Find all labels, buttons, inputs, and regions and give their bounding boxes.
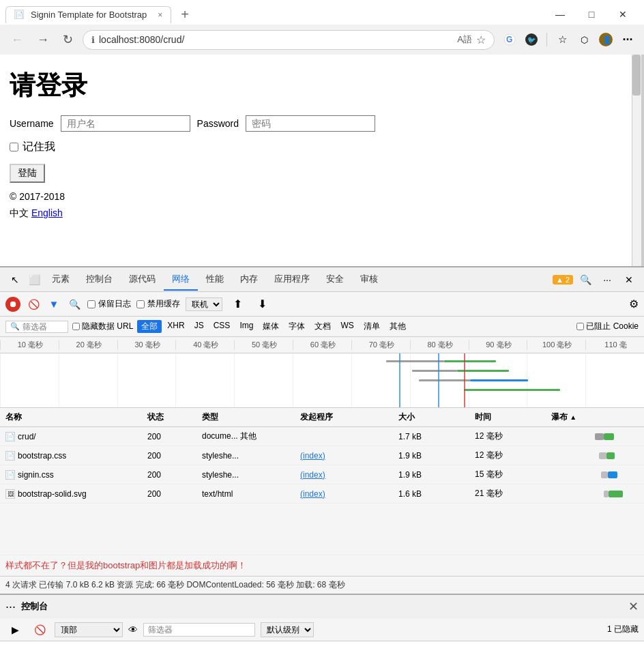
lang-chinese-link[interactable]: 中文: [10, 207, 29, 218]
filter-input-wrap[interactable]: 🔍: [5, 321, 68, 333]
initiator-link-svg[interactable]: (index): [300, 489, 325, 499]
wf-bar-crud: [595, 433, 604, 440]
devtools-close-button[interactable]: ✕: [619, 270, 639, 289]
console-level-select[interactable]: 默认级别: [261, 622, 314, 637]
wf-bar-signin-css-blue: [608, 471, 617, 478]
back-button[interactable]: ←: [7, 31, 27, 48]
console-stream-button[interactable]: ▶: [5, 620, 25, 639]
cell-initiator-crud: [295, 435, 393, 438]
tab-close-button[interactable]: ×: [158, 10, 162, 20]
close-button[interactable]: ✕: [607, 3, 639, 25]
devtools-tab-console[interactable]: 控制台: [78, 269, 121, 291]
forward-button[interactable]: →: [33, 31, 53, 48]
tl-col-5: [234, 353, 293, 407]
clear-button[interactable]: 🚫: [26, 297, 41, 312]
cell-initiator-bootstrap-css[interactable]: (index): [295, 450, 393, 462]
filter-type-all[interactable]: 全部: [137, 320, 162, 333]
cell-initiator-svg[interactable]: (index): [295, 488, 393, 500]
network-toolbar: ⏺ 🚫 ▼ 🔍 保留日志 禁用缓存 联机 ⬆ ⬇ ⚙: [0, 292, 644, 317]
star-icon[interactable]: ☆: [476, 33, 486, 46]
console-hidden-count: 1 已隐藏: [607, 624, 639, 635]
minimize-button[interactable]: —: [544, 3, 576, 25]
console-eye-icon[interactable]: 👁: [128, 624, 138, 635]
name-text-signin-css: signin.css: [18, 470, 54, 480]
more-icon[interactable]: ···: [618, 30, 637, 49]
device-tool-button[interactable]: ⬜: [25, 270, 44, 289]
filter-type-doc[interactable]: 文档: [310, 320, 335, 333]
new-tab-button[interactable]: +: [175, 7, 194, 23]
console-close-button[interactable]: ✕: [628, 599, 639, 614]
preserve-log-input[interactable]: [87, 300, 96, 308]
filter-type-other[interactable]: 其他: [385, 320, 410, 333]
devtools-tab-network[interactable]: 网络: [164, 269, 198, 291]
remember-checkbox[interactable]: [10, 143, 18, 151]
submit-button[interactable]: 登陆: [10, 164, 45, 183]
export-button[interactable]: ⬇: [252, 295, 272, 314]
devtools-tab-sources[interactable]: 源代码: [121, 269, 164, 291]
filter-input[interactable]: [23, 322, 63, 332]
devtools-tab-memory[interactable]: 内存: [232, 269, 266, 291]
devtools-tab-performance[interactable]: 性能: [198, 269, 232, 291]
gear-icon[interactable]: ⚙: [629, 297, 639, 310]
lang-english-link[interactable]: English: [31, 207, 63, 218]
devtools-search-button[interactable]: 🔍: [576, 270, 595, 289]
translate-icon: A語: [457, 33, 472, 46]
cursor-tool-button[interactable]: ↖: [5, 270, 25, 289]
filter-type-manifest[interactable]: 清单: [360, 320, 384, 333]
block-cookies-input[interactable]: [576, 323, 584, 330]
devtools-tab-audits[interactable]: 审核: [352, 269, 386, 291]
table-row[interactable]: 📄 crud/ 200 docume... 其他 1.7 kB 12 毫秒: [0, 427, 644, 446]
tl-bar-bootstrap-css: [412, 370, 457, 372]
filter-type-media[interactable]: 媒体: [259, 320, 283, 333]
block-cookies-checkbox[interactable]: 已阻止 Cookie: [576, 321, 639, 332]
console-block-button[interactable]: 🚫: [30, 620, 49, 639]
share-icon[interactable]: ⬡: [574, 30, 594, 49]
username-input[interactable]: [61, 115, 190, 132]
reload-button[interactable]: ↻: [59, 31, 77, 48]
profile-icon[interactable]: 👤: [596, 30, 615, 49]
tl-marker-red: [464, 353, 465, 407]
table-row[interactable]: 🖼 bootstrap-solid.svg 200 text/html (ind…: [0, 484, 644, 504]
browser-tab[interactable]: 📄 Signin Template for Bootstrap ×: [5, 6, 171, 23]
table-row[interactable]: 📄 signin.css 200 styleshe... (index) 1.9…: [0, 465, 644, 484]
cell-initiator-signin-css[interactable]: (index): [295, 469, 393, 481]
console-filter-input[interactable]: [143, 623, 255, 637]
hide-data-urls-input[interactable]: [72, 323, 80, 330]
disable-cache-input[interactable]: [136, 300, 145, 308]
coop-icon[interactable]: 🐦: [522, 30, 541, 49]
table-row[interactable]: 📄 bootstrap.css 200 styleshe... (index) …: [0, 446, 644, 465]
devtools-tab-security[interactable]: 安全: [318, 269, 352, 291]
devtools-tab-elements[interactable]: 元素: [44, 269, 78, 291]
cell-type-svg: text/html: [196, 488, 295, 500]
password-input[interactable]: [246, 115, 375, 132]
initiator-link-signin-css[interactable]: (index): [300, 470, 325, 480]
maximize-button[interactable]: □: [576, 3, 607, 25]
collections-icon[interactable]: ☆: [553, 30, 572, 49]
devtools-tab-application[interactable]: 应用程序: [266, 269, 318, 291]
header-waterfall[interactable]: 瀑布 ▲: [546, 410, 644, 424]
cell-size-signin-css: 1.9 kB: [393, 469, 469, 481]
filter-type-css[interactable]: CSS: [209, 320, 235, 333]
search-button[interactable]: 🔍: [67, 297, 82, 312]
remember-label: 记住我: [23, 140, 55, 154]
scrollbar-thumb[interactable]: [632, 55, 641, 96]
filter-type-ws[interactable]: WS: [336, 320, 357, 333]
disable-cache-checkbox[interactable]: 禁用缓存: [136, 298, 180, 310]
filter-type-font[interactable]: 字体: [284, 320, 309, 333]
console-context-select[interactable]: 顶部: [55, 622, 123, 637]
google-icon[interactable]: G: [500, 30, 519, 49]
import-button[interactable]: ⬆: [228, 295, 247, 314]
address-input-wrap[interactable]: ℹ localhost:8080/crud/ A語 ☆: [83, 30, 495, 50]
filter-button[interactable]: ▼: [46, 297, 61, 312]
preserve-log-checkbox[interactable]: 保留日志: [87, 298, 131, 310]
filter-type-xhr[interactable]: XHR: [163, 320, 188, 333]
devtools-more-button[interactable]: ···: [598, 270, 617, 289]
record-button[interactable]: ⏺: [5, 297, 20, 312]
initiator-link-bootstrap-css[interactable]: (index): [300, 451, 325, 461]
filter-type-js[interactable]: JS: [190, 320, 208, 333]
page-content: 请登录 Username Password 记住我 登陆 © 2017-2018…: [0, 55, 644, 266]
throttle-select[interactable]: 联机: [186, 297, 222, 311]
hide-data-urls-checkbox[interactable]: 隐藏数据 URL: [72, 321, 133, 332]
console-dots: ···: [5, 600, 16, 614]
filter-type-img[interactable]: Img: [235, 320, 257, 333]
